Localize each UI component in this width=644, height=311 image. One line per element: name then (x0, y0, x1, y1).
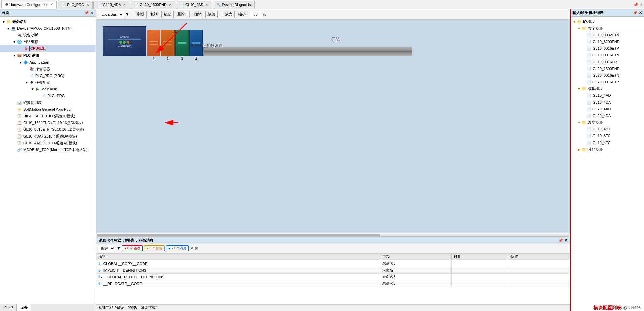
clear-icon[interactable]: ✕ (190, 246, 194, 251)
expand-icon[interactable]: ▼ (572, 20, 577, 24)
expand-plc-logic[interactable]: ▼ (12, 54, 17, 57)
tab-bar-pin-icon[interactable]: 📌 (633, 2, 638, 7)
right-tree-item-gl10_3200end[interactable]: 📄 GL10_3200END (571, 38, 644, 45)
filter-select[interactable]: 编译 (98, 245, 115, 252)
tree-item-device[interactable]: ▼ 💻 Device (AM600-CPU1608TP/TN) (0, 25, 96, 32)
tree-item-softmotion[interactable]: ⚡ SoftMotion General Axis Pool (0, 106, 96, 113)
h-scrollbar[interactable] (96, 233, 570, 237)
tree-item-gl10-4ad[interactable]: 📋 GL10_4AD (GL10 4通道AD模块) (0, 140, 96, 146)
warning-badge[interactable]: ● 0 个警告 (144, 245, 164, 251)
tab-gl10-4ad-close[interactable]: ✕ (205, 3, 208, 7)
right-tree-item-gl10_4ad_r[interactable]: 📄 GL10_4AD (571, 92, 644, 99)
tree-item-cpu-rack[interactable]: 🖥 CPU机架 (0, 45, 96, 52)
right-tree-item-gl10_4pt[interactable]: 📄 GL10_4PT (571, 126, 644, 132)
tree-item-plc-prg2[interactable]: 📄 PLC_PRG (0, 92, 96, 99)
right-tree-item-gl20_4da[interactable]: 📄 GL20_4DA (571, 112, 644, 119)
undo-button[interactable]: 撤销 (192, 11, 204, 18)
expand-icon[interactable]: ▶ (577, 148, 581, 151)
tree-item-gl10-4da[interactable]: 📋 GL10_4DA (GL10 4通道DA模块) (0, 133, 96, 140)
tab-pous[interactable]: POUs (0, 304, 17, 311)
tree-item-lib-manager[interactable]: 📚 库管理器 (0, 66, 96, 72)
tree-item-application[interactable]: ▼ 🔷 Application (0, 59, 96, 66)
filter-dropdown-icon[interactable]: ▼ (117, 246, 121, 251)
right-tree-item-temp[interactable]: ▼ 📁 温度模块 (571, 119, 644, 126)
tab-device-diag[interactable]: 🔧 Device Diagnosis (213, 1, 254, 9)
right-tree-item-gl10_4tc[interactable]: 📄 GL10_4TC (571, 139, 644, 146)
table-row[interactable]: ℹ - GLOBAL__COPY__CODE 未命名6 (96, 260, 570, 267)
tab-hw-config[interactable]: ⚙ Hardware Configuration ✕ (1, 1, 57, 9)
tree-item-gl10-1600end[interactable]: 📋 GL10_1600END (GL10 16点DI模块) (0, 119, 96, 126)
expand-icon[interactable]: ▼ (577, 87, 581, 91)
copy-msgs-icon[interactable]: ⎘ (195, 246, 198, 251)
tree-item-resource[interactable]: 📊 资源使用表 (0, 99, 96, 106)
tree-item-project[interactable]: ▼ 📁 未命名6 (0, 18, 96, 25)
tree-item-main-task[interactable]: ▼ ▶ MainTask (0, 86, 96, 92)
right-tree-item-gl10_0016etn[interactable]: 📄 GL10_0016ETN (571, 52, 644, 59)
delete-button[interactable]: 删除 (175, 11, 187, 18)
localbus-select[interactable]: LocalBus (99, 11, 124, 18)
right-tree-item-gl10_8tc[interactable]: 📄 GL10_8TC (571, 132, 644, 139)
pin-icon[interactable]: 📌 (84, 11, 89, 15)
close-icon[interactable]: ✕ (90, 11, 93, 15)
table-row[interactable]: ℹ - IMPLICIT__DEFINITIONS 未命名6 (96, 267, 570, 274)
tab-plc-prg[interactable]: 📄 PLC_PRG ✕ (58, 1, 92, 9)
paste-button[interactable]: 粘贴 (161, 11, 174, 18)
right-pin-icon[interactable]: 📌 (633, 11, 638, 15)
redo-button[interactable]: 恢复 (205, 11, 218, 18)
col-project: 工程 (380, 254, 451, 260)
tab-devices[interactable]: 设备 (17, 304, 31, 311)
right-tree-item-gl10_0016etp[interactable]: 📄 GL10_0016ETP (571, 45, 644, 52)
tab-gl10-4da[interactable]: 📄 GL10_4DA ✕ (93, 1, 130, 9)
right-close-icon[interactable]: ✕ (639, 11, 642, 15)
right-tree-item-other[interactable]: ▶ 📁 其他模块 (571, 146, 644, 153)
table-row[interactable]: ℹ - __RELOCATE__CODE 未命名6 (96, 280, 570, 287)
toolbar-dropdown-icon[interactable]: ▼ (125, 12, 129, 17)
expand-project[interactable]: ▼ (1, 20, 6, 24)
bottom-close-icon[interactable]: ✕ (564, 238, 567, 243)
zoom-out-button[interactable]: 缩小 (236, 11, 248, 18)
tree-item-plc-logic[interactable]: ▼ 📦 PLC 逻辑 (0, 52, 96, 59)
tree-item-network[interactable]: ▼ 🌐 网络组态 (0, 38, 96, 45)
tree-item-high-speed[interactable]: 📋 HIGH_SPEED_IO (高速IO模块) (0, 113, 96, 119)
tab-gl10-1600end-close[interactable]: ✕ (169, 3, 172, 7)
right-tree-item-gl20_1600end[interactable]: 📄 GL20_1600END (571, 65, 644, 72)
right-tree-item-gl10_0016er[interactable]: 📄 GL10_0016ER (571, 59, 644, 65)
table-row[interactable]: ℹ - __GLOBAL_RELOC__DEFINITIONS 未命名6 (96, 274, 570, 280)
expand-icon[interactable]: ▼ (577, 27, 581, 30)
right-tree-item-analog[interactable]: ▼ 📁 模拟模块 (571, 85, 644, 92)
expand-main-task[interactable]: ▼ (30, 87, 35, 91)
tree-item-task-config[interactable]: ▼ ⚙ 任务配置 (0, 79, 96, 86)
refresh-button[interactable]: 刷新 (135, 11, 147, 18)
cpu-module[interactable]: AM600 CPU1608TP (103, 26, 146, 56)
zoom-input[interactable]: 80 (250, 11, 261, 18)
right-tree-item-gl20_0016etn[interactable]: 📄 GL20_0016ETN (571, 72, 644, 79)
tree-item-device-diag[interactable]: 🔌 设备诊断 (0, 32, 96, 38)
tree-item-plc-prg[interactable]: 📄 PLC_PRG (PRG) (0, 72, 96, 79)
copy-button[interactable]: 复制 (148, 11, 160, 18)
tab-bar-close-icon[interactable]: ✕ (639, 2, 643, 7)
right-tree-item-digital[interactable]: ▼ 📁 数字模块 (571, 25, 644, 32)
info-badge[interactable]: ● 77 个消息 (166, 245, 189, 251)
tab-gl10-4ad[interactable]: 📄 GL10_4AD ✕ (176, 1, 212, 9)
right-tree-item-gl10_4da_r[interactable]: 📄 GL10_4DA (571, 99, 644, 106)
expand-icon[interactable]: ▼ (577, 121, 581, 124)
expand-application[interactable]: ▼ (18, 61, 23, 64)
right-tree-item-gl10_0032etn[interactable]: 📄 GL10_0032ETN (571, 32, 644, 38)
tab-hw-config-close[interactable]: ✕ (50, 3, 53, 6)
right-tree-item-gl20_4ad[interactable]: 📄 GL20_4AD (571, 106, 644, 112)
zoom-in-button[interactable]: 放大 (223, 11, 235, 18)
tab-plc-prg-close[interactable]: ✕ (86, 3, 89, 7)
tab-gl10-4da-close[interactable]: ✕ (123, 3, 126, 7)
tree-item-modbus-tcp[interactable]: 🔗 MODBUS_TCP (ModbusTCP本地从站) (0, 146, 96, 153)
tree-item-gl10-0016etp[interactable]: 📋 GL10_0016ETP (GL10 16点DO模块) (0, 126, 96, 133)
tree-node-label: 模拟模块 (588, 86, 603, 91)
tab-gl10-1600end[interactable]: 📄 GL10_1600END ✕ (130, 1, 175, 9)
error-badge[interactable]: ● 0 个错误 (122, 245, 143, 251)
right-tree-item-gl20_0016etp[interactable]: 📄 GL20_0016ETP (571, 79, 644, 85)
right-tree-item-io_modules[interactable]: ▼ 📁 IO模块 (571, 18, 644, 25)
expand-device[interactable]: ▼ (6, 27, 11, 30)
expand-task-config[interactable]: ▼ (24, 81, 29, 84)
expand-network[interactable]: ▼ (12, 40, 17, 44)
bottom-pin-icon[interactable]: 📌 (558, 238, 563, 243)
main-task-icon: ▶ (35, 86, 40, 92)
